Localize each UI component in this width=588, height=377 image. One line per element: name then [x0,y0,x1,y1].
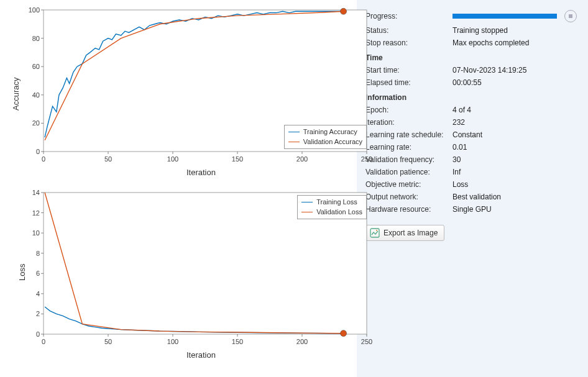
export-label: Export as Image [384,229,438,237]
loss-xlabel: Iteration [186,350,216,360]
plots-panel: Accuracy 020406080100050100150200250 Ite… [0,0,357,377]
accuracy-ylabel: Accuracy [11,78,21,111]
svg-text:100: 100 [29,6,40,14]
svg-text:80: 80 [32,35,40,42]
status-label: Status: [365,26,452,35]
hw-value: Single GPU [452,205,492,214]
svg-text:6: 6 [36,270,40,277]
hw-label: Hardware resource: [365,205,452,214]
svg-text:12: 12 [32,209,40,217]
svg-text:60: 60 [32,63,40,70]
svg-text:100: 100 [167,155,178,163]
svg-text:2: 2 [36,310,40,317]
svg-text:250: 250 [361,338,372,345]
progress-row: Progress: [365,10,577,22]
epoch-value: 4 of 4 [452,106,471,114]
svg-text:200: 200 [296,155,308,163]
svg-point-55 [341,330,347,337]
svg-text:20: 20 [32,119,40,127]
svg-text:14: 14 [32,189,40,196]
time-header: Time [365,53,577,62]
root: Accuracy 020406080100050100150200250 Ite… [0,0,588,377]
lr-value: 0.01 [452,143,467,152]
epoch-label: Epoch: [365,106,452,114]
export-image-button[interactable]: Export as Image [365,225,444,241]
out-label: Output network: [365,193,452,201]
svg-text:250: 250 [361,155,372,163]
legend-label: Validation Accuracy [303,137,362,147]
svg-text:4: 4 [36,290,40,298]
progress-bar [452,14,557,19]
svg-text:50: 50 [104,338,112,345]
vpat-value: Inf [452,168,461,176]
legend-line-train-icon [301,202,313,203]
elapsed-label: Elapsed time: [365,78,452,87]
obj-label: Objective metric: [365,180,452,189]
elapsed-value: 00:00:55 [452,78,482,87]
lr-label: Learning rate: [365,143,452,152]
accuracy-xlabel: Iteration [186,168,216,177]
loss-legend: Training Loss Validation Loss [297,195,367,219]
legend-label: Validation Loss [316,207,362,217]
stopreason-label: Stop reason: [365,39,452,47]
svg-text:10: 10 [32,229,40,237]
stopreason-value: Max epochs completed [452,39,529,47]
svg-text:200: 200 [296,338,308,345]
accuracy-legend: Training Accuracy Validation Accuracy [284,125,367,149]
lrs-value: Constant [452,130,482,139]
vfreq-value: 30 [452,155,461,164]
svg-point-57 [376,230,377,231]
svg-text:40: 40 [32,91,40,99]
svg-point-25 [341,8,347,14]
stop-icon [569,14,572,18]
svg-text:0: 0 [36,148,40,155]
info-panel: Progress: Status:Training stopped Stop r… [357,0,588,377]
svg-text:50: 50 [104,155,112,163]
svg-text:0: 0 [36,330,40,338]
lrs-label: Learning rate schedule: [365,130,452,139]
vfreq-label: Validation frequency: [365,155,452,164]
svg-text:0: 0 [42,338,45,345]
legend-label: Training Loss [316,198,357,207]
svg-text:8: 8 [36,250,40,257]
legend-label: Training Accuracy [303,127,357,137]
progress-label: Progress: [365,12,452,20]
info-header: Information [365,93,577,102]
starttime-label: Start time: [365,66,452,75]
obj-value: Loss [452,180,468,189]
iteration-value: 232 [452,118,465,127]
status-value: Training stopped [452,26,508,35]
legend-line-val-icon [288,142,300,143]
svg-text:0: 0 [42,155,45,163]
vpat-label: Validation patience: [365,168,452,176]
legend-line-train-icon [288,132,300,133]
svg-text:150: 150 [232,338,243,345]
out-value: Best validation [452,193,501,201]
loss-plot: Loss 02468101214050100150200250 Iteratio… [25,188,373,361]
stop-button[interactable] [564,10,577,22]
legend-line-val-icon [301,212,313,213]
iteration-label: Iteration: [365,118,452,127]
accuracy-plot: Accuracy 020406080100050100150200250 Ite… [25,5,373,179]
starttime-value: 07-Nov-2023 14:19:25 [452,66,526,75]
svg-text:150: 150 [232,155,243,163]
svg-text:100: 100 [167,338,178,345]
